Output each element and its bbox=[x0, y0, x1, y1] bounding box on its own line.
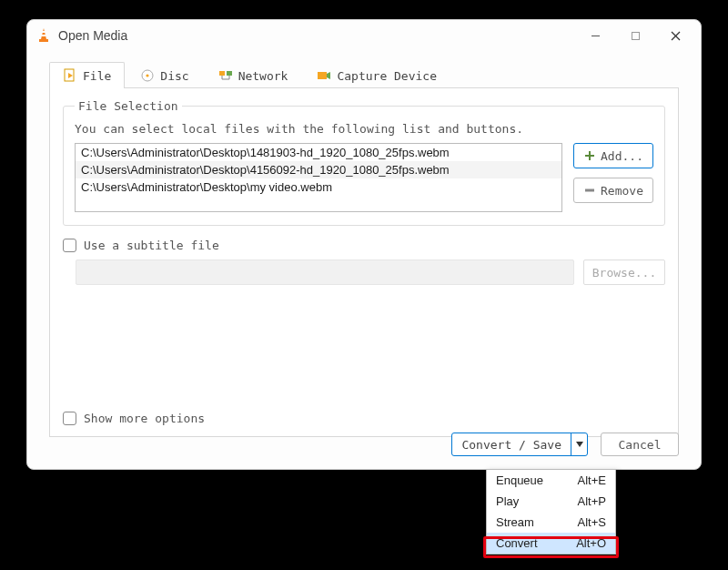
file-list[interactable]: C:\Users\Administrator\Desktop\1481903-h… bbox=[75, 143, 562, 212]
svg-marker-22 bbox=[576, 442, 583, 447]
file-icon bbox=[63, 68, 77, 83]
browse-button: Browse... bbox=[583, 260, 665, 285]
menu-item-shortcut: Alt+P bbox=[578, 494, 606, 508]
network-icon bbox=[218, 68, 233, 83]
dropdown-arrow[interactable] bbox=[571, 433, 587, 455]
subtitle-section: Use a subtitle file Browse... bbox=[63, 239, 665, 285]
menu-item-stream[interactable]: Stream Alt+S bbox=[487, 512, 615, 533]
dialog-footer: Convert / Save Cancel bbox=[451, 433, 679, 456]
tab-disc-label: Disc bbox=[160, 69, 188, 83]
menu-item-shortcut: Alt+E bbox=[578, 473, 606, 487]
more-options-label: Show more options bbox=[84, 412, 205, 425]
tab-capture-label: Capture Device bbox=[337, 69, 437, 83]
list-item[interactable]: C:\Users\Administrator\Desktop\1481903-h… bbox=[76, 144, 561, 161]
file-selection-legend: File Selection bbox=[75, 99, 182, 113]
tab-network-label: Network bbox=[238, 69, 288, 83]
subtitle-checkbox-label: Use a subtitle file bbox=[84, 239, 219, 252]
window-title: Open Media bbox=[58, 28, 127, 43]
tab-network[interactable]: Network bbox=[205, 62, 302, 88]
file-selection-hint: You can select local files with the foll… bbox=[75, 122, 653, 136]
menu-item-label: Stream bbox=[496, 515, 534, 529]
close-button[interactable] bbox=[655, 22, 695, 49]
svg-marker-18 bbox=[327, 72, 330, 79]
tab-capture[interactable]: Capture Device bbox=[303, 62, 450, 88]
show-more-options[interactable]: Show more options bbox=[63, 412, 205, 425]
open-media-dialog: Open Media File Disc Netw bbox=[26, 19, 702, 470]
tab-disc[interactable]: Disc bbox=[126, 62, 202, 88]
file-selection-group: File Selection You can select local file… bbox=[63, 99, 665, 226]
svg-rect-13 bbox=[227, 71, 232, 76]
svg-point-11 bbox=[147, 74, 149, 76]
vlc-cone-icon bbox=[36, 27, 51, 44]
titlebar: Open Media bbox=[27, 20, 701, 51]
svg-rect-12 bbox=[219, 71, 225, 76]
tab-bar: File Disc Network Capture Device bbox=[27, 62, 701, 88]
svg-rect-1 bbox=[42, 31, 46, 33]
svg-marker-0 bbox=[41, 28, 46, 39]
menu-item-label: Enqueue bbox=[496, 473, 543, 487]
convert-save-label: Convert / Save bbox=[452, 433, 571, 455]
maximize-button[interactable] bbox=[615, 22, 655, 49]
browse-button-label: Browse... bbox=[592, 266, 656, 280]
svg-rect-5 bbox=[632, 32, 639, 39]
menu-item-enqueue[interactable]: Enqueue Alt+E bbox=[487, 470, 615, 491]
convert-dropdown-menu: Enqueue Alt+E Play Alt+P Stream Alt+S Co… bbox=[486, 469, 616, 555]
menu-item-shortcut: Alt+S bbox=[578, 515, 606, 529]
tab-file-label: File bbox=[83, 69, 111, 83]
subtitle-checkbox[interactable] bbox=[63, 239, 76, 252]
plus-icon bbox=[583, 149, 596, 162]
svg-rect-2 bbox=[42, 35, 46, 36]
tab-file[interactable]: File bbox=[49, 62, 125, 88]
remove-button[interactable]: Remove bbox=[573, 178, 653, 203]
menu-item-play[interactable]: Play Alt+P bbox=[487, 491, 615, 512]
minus-icon bbox=[583, 184, 596, 197]
subtitle-path-input bbox=[76, 260, 574, 285]
list-item[interactable]: C:\Users\Administrator\Desktop\my video.… bbox=[76, 178, 561, 196]
menu-item-shortcut: Alt+O bbox=[576, 536, 606, 550]
add-button-label: Add... bbox=[601, 149, 643, 163]
list-item[interactable]: C:\Users\Administrator\Desktop\4156092-h… bbox=[76, 161, 561, 178]
svg-rect-17 bbox=[318, 72, 327, 79]
cancel-button-label: Cancel bbox=[619, 438, 662, 452]
add-button[interactable]: Add... bbox=[573, 143, 653, 168]
menu-item-convert[interactable]: Convert Alt+O bbox=[487, 533, 615, 554]
capture-device-icon bbox=[317, 68, 331, 83]
remove-button-label: Remove bbox=[601, 184, 643, 198]
minimize-button[interactable] bbox=[575, 22, 615, 49]
file-panel: File Selection You can select local file… bbox=[49, 87, 679, 437]
menu-item-label: Play bbox=[496, 494, 519, 508]
svg-rect-3 bbox=[39, 39, 48, 42]
cancel-button[interactable]: Cancel bbox=[601, 433, 679, 456]
convert-save-button[interactable]: Convert / Save bbox=[451, 433, 588, 456]
more-options-checkbox[interactable] bbox=[63, 412, 76, 425]
disc-icon bbox=[140, 68, 155, 83]
menu-item-label: Convert bbox=[496, 536, 538, 550]
